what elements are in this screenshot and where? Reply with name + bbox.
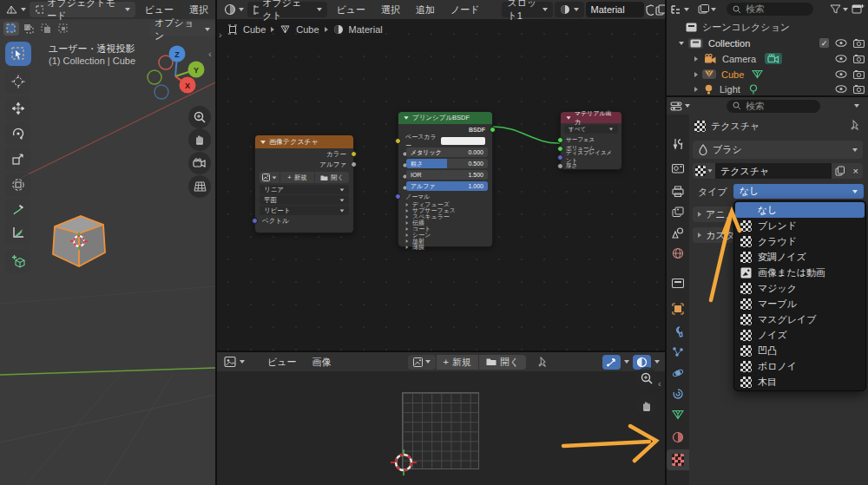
section-thin-film[interactable]: 薄膜 xyxy=(398,244,492,250)
options-chevron[interactable] xyxy=(854,104,859,108)
editor-type-button[interactable] xyxy=(222,3,246,16)
outliner-search[interactable]: 検索 xyxy=(727,3,813,16)
image-new-button[interactable]: +新規 xyxy=(280,172,314,183)
pan-button[interactable] xyxy=(188,128,211,151)
menu-item-voronoi[interactable]: ボロノイ xyxy=(735,358,865,374)
slider-metallic[interactable]: メタリック0.000 xyxy=(398,147,492,157)
region-expand-chevron[interactable]: › xyxy=(219,29,222,40)
menu-node[interactable]: ノード xyxy=(444,3,487,16)
disable-render-icon[interactable] xyxy=(853,70,865,79)
interpolation-select[interactable]: リニア xyxy=(260,185,349,194)
texture-copy-button[interactable] xyxy=(832,163,849,179)
tab-constraints[interactable] xyxy=(667,383,689,404)
extension-select[interactable]: リピート xyxy=(260,206,349,215)
tab-physics[interactable] xyxy=(667,363,689,383)
tab-scene[interactable] xyxy=(667,222,689,243)
menu-image[interactable]: 画像 xyxy=(306,356,339,369)
tool-annotate[interactable] xyxy=(5,198,31,222)
hide-eye-icon[interactable] xyxy=(835,39,847,47)
displacement-input-socket[interactable] xyxy=(557,154,563,161)
volume-input-socket[interactable] xyxy=(557,146,563,152)
outliner-row-cube[interactable]: Cube xyxy=(667,67,868,82)
texture-unlink-button[interactable]: × xyxy=(849,163,863,179)
output-target-select[interactable]: すべて xyxy=(564,125,618,134)
menu-item-clouds[interactable]: クラウド xyxy=(735,233,865,249)
camera-data-chip[interactable] xyxy=(765,53,782,64)
surface-input-socket[interactable] xyxy=(557,137,563,143)
pan-button[interactable] xyxy=(635,395,658,417)
menu-view[interactable]: ビュー xyxy=(260,356,304,369)
vector-input-socket[interactable] xyxy=(252,218,258,224)
expand-chevron[interactable] xyxy=(694,72,698,77)
collection-checkbox[interactable]: ✓ xyxy=(819,38,829,48)
brush-selector-row[interactable]: ブラシ xyxy=(693,141,863,159)
image-open-button[interactable]: 開く xyxy=(479,355,526,370)
material-browse-dropdown[interactable] xyxy=(555,2,584,17)
menu-item-musgrave[interactable]: マスグレイブ xyxy=(735,311,865,327)
select-mode-subtract-button[interactable] xyxy=(38,22,54,36)
tab-object[interactable] xyxy=(667,298,689,319)
menu-view[interactable]: ビュー xyxy=(137,3,181,16)
hide-eye-icon[interactable] xyxy=(835,70,847,78)
projection-select[interactable]: 平面 xyxy=(260,195,349,205)
editor-type-button[interactable] xyxy=(670,4,689,15)
disable-render-icon[interactable] xyxy=(853,85,865,94)
menu-select[interactable]: 選択 xyxy=(182,3,215,16)
outliner-row-light[interactable]: Light xyxy=(667,82,868,96)
toggle-perspective-button[interactable] xyxy=(188,175,211,198)
outliner-row-scene-collection[interactable]: シーンコレクション xyxy=(667,20,868,35)
image-browse-dropdown[interactable] xyxy=(408,355,436,370)
base-color-socket[interactable] xyxy=(395,138,401,144)
material-name-field[interactable]: Material xyxy=(586,2,645,17)
tool-scale[interactable] xyxy=(5,147,31,171)
panel-custom-properties[interactable]: カスタ xyxy=(693,227,733,243)
tool-transform[interactable] xyxy=(5,173,31,197)
material-slot-dropdown[interactable]: スロット1 xyxy=(502,2,552,17)
tab-object-data[interactable] xyxy=(667,404,689,425)
menu-item-magic[interactable]: マジック xyxy=(735,280,865,296)
texture-browse-dropdown[interactable] xyxy=(693,163,715,179)
select-mode-invert-button[interactable] xyxy=(56,22,71,36)
tab-collection[interactable] xyxy=(667,272,689,293)
gizmo-negative-y[interactable] xyxy=(148,70,161,84)
camera-view-button[interactable] xyxy=(188,152,211,174)
sidebar-collapse-chevron[interactable]: ‹ xyxy=(658,378,661,389)
editor-type-button[interactable] xyxy=(670,101,690,112)
menu-item-stucci[interactable]: 凹凸 xyxy=(735,343,865,358)
tool-cursor[interactable] xyxy=(5,69,31,94)
sidebar-collapse-chevron[interactable]: ‹ xyxy=(208,49,212,59)
properties-search[interactable]: 検索 xyxy=(727,100,820,113)
shader-type-dropdown[interactable]: オブジェクト xyxy=(247,2,327,17)
menu-view[interactable]: ビュー xyxy=(329,3,372,16)
menu-item-blend[interactable]: ブレンド xyxy=(735,218,865,233)
disable-render-icon[interactable] xyxy=(853,55,865,63)
filter-dropdown[interactable] xyxy=(830,4,848,14)
tool-measure[interactable] xyxy=(5,220,31,245)
thickness-input-socket[interactable] xyxy=(557,163,563,169)
pin-icon[interactable] xyxy=(849,120,860,131)
tool-select-box[interactable] xyxy=(5,42,31,66)
tab-output[interactable] xyxy=(667,180,689,201)
menu-item-image-or-movie[interactable]: 画像または動画 xyxy=(735,265,865,280)
outliner-row-collection[interactable]: Collection ✓ xyxy=(667,36,868,50)
menu-item-none[interactable]: なし xyxy=(735,202,865,218)
menu-select[interactable]: 選択 xyxy=(374,3,407,16)
mesh-data-icon[interactable] xyxy=(752,69,763,79)
overlays-dropdown-chevron[interactable] xyxy=(654,360,660,364)
normal-input-socket[interactable] xyxy=(395,193,401,200)
cube-object[interactable] xyxy=(39,202,117,280)
image-open-button[interactable]: 開く xyxy=(315,172,349,183)
new-material-copy-icon[interactable] xyxy=(655,4,665,16)
tab-modifiers[interactable] xyxy=(667,321,689,342)
hide-eye-icon[interactable] xyxy=(835,55,847,62)
editor-type-button[interactable] xyxy=(222,356,247,368)
slider-ior[interactable]: IOR1.500 xyxy=(398,170,492,180)
zoom-button[interactable] xyxy=(635,367,658,390)
expand-chevron[interactable] xyxy=(679,42,684,45)
tab-material[interactable] xyxy=(667,427,689,448)
tab-texture[interactable] xyxy=(667,449,689,470)
menu-item-distorted-noise[interactable]: 変調ノイズ xyxy=(735,249,865,265)
node-material-output[interactable]: マテリアル出力 すべて サーフェス ボリューム ディスプレイスメント 厚さ xyxy=(560,111,622,170)
menu-add[interactable]: 追加 xyxy=(409,3,442,16)
base-color-swatch[interactable] xyxy=(441,137,485,145)
